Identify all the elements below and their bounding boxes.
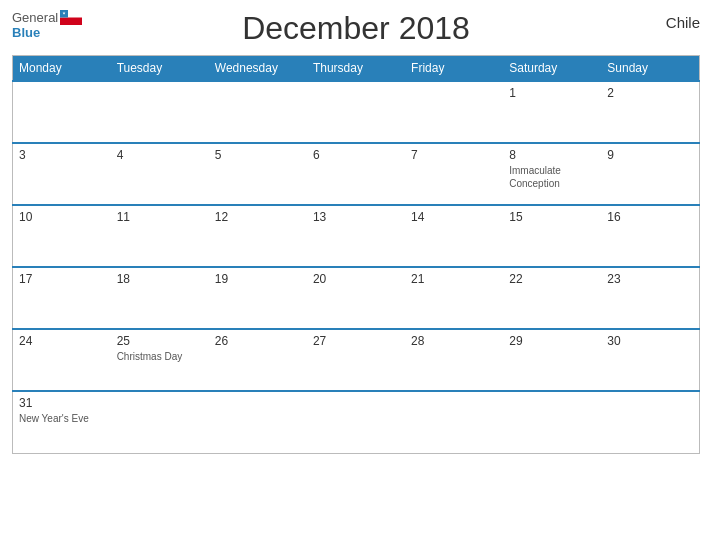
calendar-cell: 24 (13, 329, 111, 391)
calendar-cell: 4 (111, 143, 209, 205)
weekday-header-row: MondayTuesdayWednesdayThursdayFridaySatu… (13, 56, 700, 82)
day-number: 3 (19, 148, 105, 162)
day-number: 8 (509, 148, 595, 162)
calendar-cell: 27 (307, 329, 405, 391)
week-row-5: 31New Year's Eve (13, 391, 700, 453)
calendar-cell: 30 (601, 329, 699, 391)
day-number: 4 (117, 148, 203, 162)
holiday-name: Immaculate Conception (509, 164, 595, 190)
weekday-header-monday: Monday (13, 56, 111, 82)
day-number: 27 (313, 334, 399, 348)
calendar-cell: 6 (307, 143, 405, 205)
calendar-cell: 2 (601, 81, 699, 143)
calendar-cell (209, 81, 307, 143)
day-number: 9 (607, 148, 693, 162)
calendar-cell: 8Immaculate Conception (503, 143, 601, 205)
calendar-cell: 25Christmas Day (111, 329, 209, 391)
calendar-cell: 29 (503, 329, 601, 391)
calendar-cell: 18 (111, 267, 209, 329)
day-number: 21 (411, 272, 497, 286)
logo-area: General Blue (12, 10, 84, 40)
calendar-cell: 10 (13, 205, 111, 267)
calendar-body: 12345678Immaculate Conception91011121314… (13, 81, 700, 453)
calendar-cell (405, 391, 503, 453)
calendar-cell: 19 (209, 267, 307, 329)
calendar-cell: 11 (111, 205, 209, 267)
day-number: 30 (607, 334, 693, 348)
calendar-cell: 31New Year's Eve (13, 391, 111, 453)
calendar-cell: 23 (601, 267, 699, 329)
weekday-header-friday: Friday (405, 56, 503, 82)
week-row-3: 17181920212223 (13, 267, 700, 329)
calendar-cell (209, 391, 307, 453)
day-number: 23 (607, 272, 693, 286)
day-number: 28 (411, 334, 497, 348)
day-number: 5 (215, 148, 301, 162)
calendar-cell (307, 391, 405, 453)
week-row-4: 2425Christmas Day2627282930 (13, 329, 700, 391)
calendar-cell (405, 81, 503, 143)
day-number: 22 (509, 272, 595, 286)
calendar-cell: 9 (601, 143, 699, 205)
day-number: 14 (411, 210, 497, 224)
calendar-cell: 5 (209, 143, 307, 205)
day-number: 29 (509, 334, 595, 348)
calendar-cell (601, 391, 699, 453)
week-row-0: 12 (13, 81, 700, 143)
day-number: 20 (313, 272, 399, 286)
week-row-2: 10111213141516 (13, 205, 700, 267)
country-label: Chile (666, 14, 700, 31)
calendar-cell (503, 391, 601, 453)
logo-blue-text: Blue (12, 25, 40, 40)
calendar-container: General Blue December 2018 Chile MondayT… (0, 0, 712, 550)
day-number: 13 (313, 210, 399, 224)
month-title: December 2018 (242, 10, 470, 47)
day-number: 18 (117, 272, 203, 286)
calendar-cell: 20 (307, 267, 405, 329)
week-row-1: 345678Immaculate Conception9 (13, 143, 700, 205)
day-number: 15 (509, 210, 595, 224)
calendar-cell: 1 (503, 81, 601, 143)
calendar-cell: 12 (209, 205, 307, 267)
logo-flag-icon (60, 10, 82, 25)
day-number: 26 (215, 334, 301, 348)
svg-rect-1 (60, 18, 82, 26)
logo-top-row: General (12, 10, 84, 25)
day-number: 6 (313, 148, 399, 162)
calendar-cell: 14 (405, 205, 503, 267)
weekday-header-tuesday: Tuesday (111, 56, 209, 82)
calendar-cell: 17 (13, 267, 111, 329)
logo-general-text: General (12, 10, 58, 25)
header-row: General Blue December 2018 Chile (12, 10, 700, 47)
day-number: 31 (19, 396, 105, 410)
calendar-cell: 28 (405, 329, 503, 391)
weekday-header-thursday: Thursday (307, 56, 405, 82)
day-number: 17 (19, 272, 105, 286)
day-number: 19 (215, 272, 301, 286)
calendar-cell (13, 81, 111, 143)
calendar-table: MondayTuesdayWednesdayThursdayFridaySatu… (12, 55, 700, 454)
calendar-cell (307, 81, 405, 143)
weekday-header-saturday: Saturday (503, 56, 601, 82)
calendar-cell: 22 (503, 267, 601, 329)
logo-texts: General Blue (12, 10, 84, 40)
day-number: 7 (411, 148, 497, 162)
calendar-cell: 21 (405, 267, 503, 329)
day-number: 12 (215, 210, 301, 224)
day-number: 24 (19, 334, 105, 348)
day-number: 2 (607, 86, 693, 100)
calendar-cell: 3 (13, 143, 111, 205)
calendar-cell (111, 81, 209, 143)
calendar-cell: 13 (307, 205, 405, 267)
day-number: 16 (607, 210, 693, 224)
day-number: 11 (117, 210, 203, 224)
day-number: 1 (509, 86, 595, 100)
calendar-cell: 7 (405, 143, 503, 205)
calendar-cell (111, 391, 209, 453)
day-number: 10 (19, 210, 105, 224)
day-number: 25 (117, 334, 203, 348)
weekday-header-wednesday: Wednesday (209, 56, 307, 82)
holiday-name: New Year's Eve (19, 412, 105, 425)
holiday-name: Christmas Day (117, 350, 203, 363)
weekday-header-sunday: Sunday (601, 56, 699, 82)
